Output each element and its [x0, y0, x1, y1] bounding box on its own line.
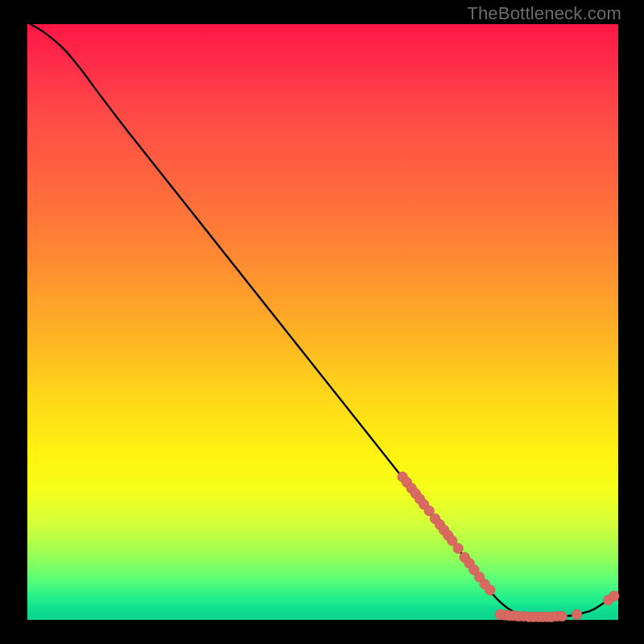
scatter-dot — [485, 585, 495, 596]
scatter-points-group — [398, 472, 619, 621]
scatter-dot — [609, 591, 620, 601]
plot-svg — [27, 24, 618, 620]
chart-frame — [27, 24, 618, 620]
scatter-dot — [557, 611, 568, 621]
bottleneck-curve — [31, 24, 616, 617]
scatter-dot — [572, 609, 582, 620]
scatter-dot — [453, 543, 464, 554]
watermark-text: TheBottleneck.com — [467, 3, 621, 24]
